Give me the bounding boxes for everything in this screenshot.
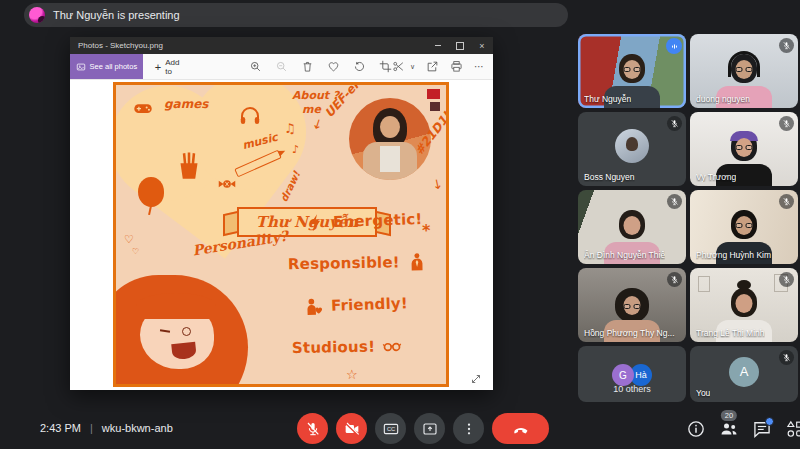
chevron-down-icon[interactable]: ∨ xyxy=(410,63,415,71)
panel-buttons: 20 xyxy=(686,419,800,439)
captions-button[interactable] xyxy=(375,413,406,444)
balloon-doodle xyxy=(138,177,164,207)
window-controls: × xyxy=(427,37,493,54)
uef-logo xyxy=(427,89,440,99)
info-icon xyxy=(686,419,706,439)
participant-tile[interactable]: Trang Lê Thị Minh xyxy=(690,268,798,342)
mic-off-icon xyxy=(779,194,794,209)
photos-titlebar: Photos - Sketchyou.png × xyxy=(70,37,493,54)
meeting-info: 2:43 PM | wku-bkwn-anb xyxy=(40,422,173,434)
photo-icon xyxy=(76,62,86,72)
participant-tile[interactable]: duong nguyen xyxy=(690,34,798,108)
suit-person-icon xyxy=(407,252,427,272)
more-options-button[interactable] xyxy=(453,413,484,444)
participant-tile[interactable]: Hồng Phương Thy Ng... xyxy=(578,268,686,342)
self-avatar: A xyxy=(729,357,759,387)
clock: 2:43 PM xyxy=(40,422,81,434)
self-tile[interactable]: A You xyxy=(690,346,798,402)
crop-icon[interactable] xyxy=(379,60,392,73)
presenting-text: Thư Nguyễn is presenting xyxy=(53,9,180,21)
zoom-out-icon[interactable] xyxy=(275,60,288,73)
arrow-doodle-icon: ↓ xyxy=(431,176,445,193)
toolbar-center-group xyxy=(249,60,392,73)
trait-friendly: Friendly! xyxy=(304,293,409,317)
more-options-icon[interactable]: ⋯ xyxy=(474,61,484,72)
secondary-logo xyxy=(430,102,440,111)
activities-button[interactable] xyxy=(785,419,800,439)
participant-tile[interactable]: Ân Đình Nguyễn Thiê xyxy=(578,190,686,264)
avatar-g: G xyxy=(612,364,634,386)
star-doodle-icon: ☆ xyxy=(346,367,358,382)
mic-toggle-button[interactable] xyxy=(297,413,328,444)
hobby-games-label: games xyxy=(164,97,208,111)
rotate-icon[interactable] xyxy=(353,60,366,73)
game-controller-icon xyxy=(132,97,154,119)
chat-button[interactable] xyxy=(752,419,772,439)
participant-count-badge: 20 xyxy=(721,410,737,421)
participant-grid: Thư Nguyễn duong nguyen Boss Nguyen Vy T… xyxy=(578,34,798,402)
music-note-icon: ♫ xyxy=(284,121,296,136)
heart-doodle-icon: ♡ xyxy=(124,233,134,246)
leave-call-button[interactable] xyxy=(492,413,549,444)
meeting-details-button[interactable] xyxy=(686,419,706,439)
sketch-image: games music ♫ ♪ foods draw! About ? me ↓… xyxy=(113,82,449,387)
photos-window: Photos - Sketchyou.png × See all photos … xyxy=(70,37,493,390)
trait-energetic: Energetic! xyxy=(306,209,423,233)
expand-image-icon[interactable] xyxy=(470,373,482,385)
fries-icon xyxy=(172,149,206,183)
meeting-code: wku-bkwn-anb xyxy=(102,422,173,434)
mic-off-icon xyxy=(779,272,794,287)
minimize-button[interactable] xyxy=(427,37,449,54)
me-label: me xyxy=(302,103,321,116)
people-icon xyxy=(719,419,739,439)
participant-tile[interactable]: Phương Huỳnh Kim xyxy=(690,190,798,264)
call-controls xyxy=(297,413,549,444)
share-icon[interactable] xyxy=(426,60,439,73)
sparkle-icon: * xyxy=(422,221,430,240)
mic-off-icon xyxy=(667,194,682,209)
mic-off-icon xyxy=(667,272,682,287)
trait-studious: Studious! xyxy=(292,336,402,358)
mic-off-icon xyxy=(779,350,794,365)
maximize-button[interactable] xyxy=(449,37,471,54)
toolbar-right-group: ∨ ⋯ xyxy=(392,60,484,73)
plus-icon: + xyxy=(155,61,161,73)
mic-off-icon xyxy=(667,116,682,131)
presenter-avatar xyxy=(29,7,45,23)
lightning-bolt-icon xyxy=(306,212,327,233)
heart-doodle-icon: ♡ xyxy=(132,247,139,256)
favorite-icon[interactable] xyxy=(327,60,340,73)
glasses-icon xyxy=(382,336,402,356)
others-tile[interactable]: G Hà 10 others xyxy=(578,346,686,402)
music-note-icon: ♪ xyxy=(292,143,299,156)
meet-window: Thư Nguyễn is presenting Photos - Sketch… xyxy=(0,0,800,449)
add-to-button[interactable]: + Add to xyxy=(155,58,187,76)
activities-icon xyxy=(785,419,800,439)
chat-notification-dot xyxy=(765,417,774,426)
camera-toggle-button[interactable] xyxy=(336,413,367,444)
candy-icon xyxy=(216,173,238,195)
present-button[interactable] xyxy=(414,413,445,444)
participant-tile[interactable]: Vy Trương xyxy=(690,112,798,186)
trait-responsible: Responsible! xyxy=(288,252,427,274)
delete-icon[interactable] xyxy=(301,60,314,73)
person-heart-icon xyxy=(304,296,325,317)
others-count: 10 others xyxy=(578,384,686,394)
presenting-banner: Thư Nguyễn is presenting xyxy=(24,3,568,27)
headphones-icon xyxy=(238,103,262,127)
edit-create-icon[interactable] xyxy=(392,60,405,73)
photos-content: games music ♫ ♪ foods draw! About ? me ↓… xyxy=(70,80,493,390)
separator: | xyxy=(90,422,93,434)
print-icon[interactable] xyxy=(450,60,463,73)
mic-off-icon xyxy=(779,38,794,53)
see-all-photos-button[interactable]: See all photos xyxy=(70,54,143,79)
participants-button[interactable]: 20 xyxy=(719,419,739,439)
mic-off-icon xyxy=(779,116,794,131)
participant-tile[interactable]: Boss Nguyen xyxy=(578,112,686,186)
photos-toolbar: See all photos + Add to ∨ ⋯ xyxy=(70,54,493,80)
zoom-in-icon[interactable] xyxy=(249,60,262,73)
audio-indicator-icon xyxy=(666,38,682,54)
close-button[interactable]: × xyxy=(471,37,493,54)
participant-tile[interactable]: Thư Nguyễn xyxy=(578,34,686,108)
photos-title: Photos - Sketchyou.png xyxy=(70,41,427,50)
